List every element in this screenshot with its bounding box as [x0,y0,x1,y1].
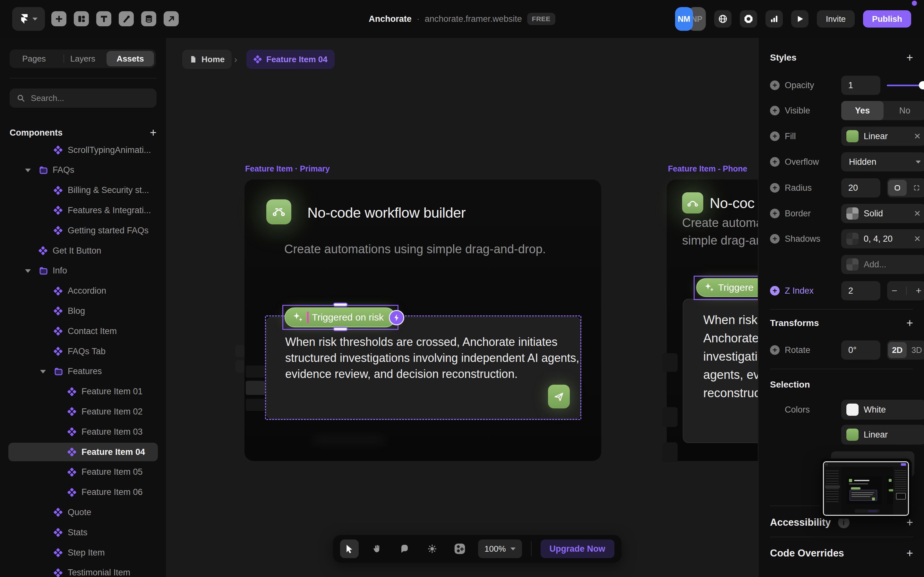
override-plus-icon[interactable]: + [770,157,780,167]
tab-pages[interactable]: Pages [10,54,58,64]
tree-item-getting-started-faqs[interactable]: Getting started FAQs [8,221,158,240]
frame-label-phone[interactable]: Feature Item - Phone [668,164,747,173]
add-style-button[interactable]: + [906,52,913,63]
project-domain[interactable]: anchorate.framer.website [425,14,522,24]
breadcrumb-home[interactable]: Home [182,50,232,69]
override-plus-icon[interactable]: + [770,183,780,193]
override-plus-icon[interactable]: + [770,234,780,243]
insert-tool-icon[interactable] [51,11,66,26]
rotate-input[interactable]: 0° [841,340,880,359]
zindex-plus-button[interactable]: + [916,285,921,296]
override-plus-icon[interactable]: + [770,81,780,90]
preview-play-button[interactable] [791,10,809,27]
frame-phone[interactable]: No-coc Create automati simple drag-and W… [667,179,758,461]
avatar-nm[interactable]: NM [675,7,693,31]
tree-item-scrolltypinganimati[interactable]: ScrollTypingAnimati... [8,141,158,159]
border-value-button[interactable]: Solid ✕ [841,204,924,223]
tree-item-testimonial-item[interactable]: Testimonial Item [8,564,158,577]
override-plus-icon[interactable]: + [770,131,780,141]
fill-swatch[interactable] [846,130,859,142]
feature-message-card[interactable]: When risk thresholds are crossed, Anchor… [266,317,581,419]
tree-item-contact-item[interactable]: Contact Item [8,322,158,340]
remove-shadow-icon[interactable]: ✕ [914,234,921,244]
override-plus-icon[interactable]: + [770,209,780,218]
shadows-value-button[interactable]: 0, 4, 20 ✕ [841,229,924,248]
radius-uniform-option[interactable] [888,180,907,196]
trigger-chip[interactable]: Triggere [696,278,758,297]
pan-hand-button[interactable] [368,540,386,558]
overflow-dropdown[interactable]: Hidden [841,152,924,171]
tree-item-stats[interactable]: Stats [8,523,158,542]
tree-item-accordion[interactable]: Accordion [8,282,158,300]
search-box[interactable] [10,89,157,108]
design-canvas[interactable]: Home › Feature Item 04 Feature Item · Pr… [167,38,758,577]
text-tool-icon[interactable] [96,11,111,26]
canvas-preview-thumbnail[interactable] [820,458,912,519]
override-plus-icon[interactable]: + [770,106,780,115]
plugins-button[interactable] [740,10,757,27]
trigger-chip[interactable]: Triggered on risk [284,308,396,327]
tree-item-step-item[interactable]: Step Item [8,543,158,562]
tree-item-blog[interactable]: Blog [8,301,158,320]
insert-component-button[interactable] [451,540,469,558]
publish-button[interactable]: Publish [863,10,911,27]
caret-down-icon[interactable] [25,169,31,172]
tree-item-faqs-tab[interactable]: FAQs Tab [8,342,158,361]
tree-item-faqs[interactable]: FAQs [8,161,158,179]
tree-item-get-it-button[interactable]: Get It Button [8,242,158,260]
opacity-input[interactable]: 1 [841,76,880,95]
invite-button[interactable]: Invite [817,10,855,27]
globe-button[interactable] [714,10,732,27]
remove-border-icon[interactable]: ✕ [914,209,921,219]
feature-message-card[interactable]: When risk thre Anchorate initia investig… [683,299,758,443]
analytics-button[interactable] [766,10,783,27]
send-button[interactable] [548,385,570,408]
select-tool-button[interactable] [340,540,359,558]
vector-tool-icon[interactable] [119,11,134,26]
tree-item-features[interactable]: Features [8,362,158,381]
tab-layers[interactable]: Layers [58,54,107,64]
tree-item-features-integrati[interactable]: Features & Integrati... [8,201,158,219]
breadcrumb-current[interactable]: Feature Item 04 [246,50,334,69]
resize-handle-top[interactable] [333,303,348,307]
zindex-minus-button[interactable]: − [892,285,897,296]
opacity-slider[interactable] [887,76,924,95]
search-input[interactable] [30,93,150,103]
radius-input[interactable]: 20 [841,178,880,197]
tree-item-feature-item-06[interactable]: Feature Item 06 [8,483,158,502]
tree-item-feature-item-01[interactable]: Feature Item 01 [8,382,158,401]
white-swatch[interactable] [846,404,859,416]
zindex-input[interactable]: 2 [841,281,880,300]
remove-fill-icon[interactable]: ✕ [914,131,921,141]
tree-item-info[interactable]: Info [8,261,158,280]
add-transform-button[interactable]: + [906,318,913,329]
slider-knob[interactable] [919,81,924,89]
color-white-button[interactable]: White [841,400,924,420]
interaction-lightning-badge[interactable] [389,310,404,326]
add-code-override-button[interactable]: + [906,548,913,559]
export-tool-icon[interactable] [164,11,179,26]
layout-tool-icon[interactable] [74,11,89,26]
upgrade-now-button[interactable]: Upgrade Now [541,540,614,558]
color-linear-button[interactable]: Linear [841,425,924,445]
fill-value-button[interactable]: Linear ✕ [841,127,924,146]
tree-item-feature-item-03[interactable]: Feature Item 03 [8,422,158,441]
cms-tool-icon[interactable] [141,11,156,26]
override-plus-icon[interactable]: + [770,345,780,355]
tree-item-feature-item-02[interactable]: Feature Item 02 [8,402,158,421]
border-swatch[interactable] [846,207,859,219]
rotate-2d-option[interactable]: 2D [888,342,907,358]
frame-label-primary[interactable]: Feature Item · Primary [245,164,330,173]
linear-swatch[interactable] [846,429,859,441]
add-shadow-button[interactable]: Add... [841,255,924,274]
visible-yes-option[interactable]: Yes [841,101,884,120]
tree-item-feature-item-05[interactable]: Feature Item 05 [8,463,158,482]
visible-no-option[interactable]: No [884,101,924,120]
tree-item-feature-item-04[interactable]: Feature Item 04 [8,443,158,461]
tab-assets[interactable]: Assets [107,51,154,66]
comment-button[interactable] [395,540,414,558]
radius-individual-option[interactable] [908,184,924,192]
caret-down-icon[interactable] [25,269,31,273]
caret-down-icon[interactable] [40,370,46,374]
shadow-swatch[interactable] [846,233,859,245]
